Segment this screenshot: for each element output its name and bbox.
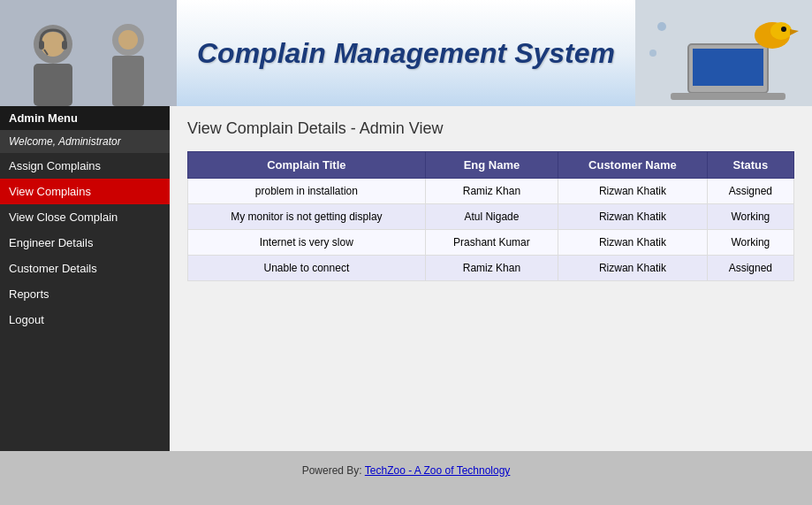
cell-complain_title: My monitor is not getting display (188, 204, 426, 230)
svg-rect-2 (34, 64, 72, 106)
sidebar-item-reports[interactable]: Reports (0, 281, 170, 307)
col-complain-title: Complain Title (188, 152, 426, 179)
cell-status: Working (707, 230, 793, 256)
table-row: Unable to connectRamiz KhanRizwan Khatik… (188, 256, 794, 281)
cell-customer_name: Rizwan Khatik (558, 179, 708, 204)
sidebar: Admin Menu Welcome, Administrator Assign… (0, 106, 170, 451)
svg-point-15 (770, 22, 792, 40)
header-title-area: Complain Management System (177, 0, 635, 106)
sidebar-item-customer-details[interactable]: Customer Details (0, 256, 170, 281)
sidebar-menu-title: Admin Menu (0, 106, 170, 130)
svg-rect-0 (0, 0, 177, 106)
cell-customer_name: Rizwan Khatik (558, 230, 708, 256)
cell-status: Working (707, 204, 793, 230)
cell-customer_name: Rizwan Khatik (558, 256, 708, 281)
cell-status: Assigned (707, 256, 793, 281)
sidebar-item-view-close-complain[interactable]: View Close Complain (0, 204, 170, 230)
cell-eng_name: Ramiz Khan (425, 256, 558, 281)
cell-customer_name: Rizwan Khatik (558, 204, 708, 230)
col-customer-name: Customer Name (558, 152, 708, 179)
page-title: View Complain Details - Admin View (187, 119, 794, 138)
svg-point-9 (118, 30, 138, 50)
sidebar-welcome: Welcome, Administrator (0, 130, 170, 153)
svg-point-19 (649, 50, 656, 57)
header-left-image (0, 0, 177, 106)
sidebar-item-engineer-details[interactable]: Engineer Details (0, 230, 170, 256)
cell-eng_name: Atul Nigade (425, 204, 558, 230)
svg-point-3 (41, 32, 65, 57)
svg-rect-12 (693, 49, 763, 86)
col-eng-name: Eng Name (425, 152, 558, 179)
svg-rect-4 (39, 41, 44, 50)
cell-status: Assigned (707, 179, 793, 204)
app-title: Complain Management System (197, 37, 615, 70)
table-header-row: Complain Title Eng Name Customer Name St… (188, 152, 794, 179)
cell-eng_name: Prashant Kumar (425, 230, 558, 256)
footer-link[interactable]: TechZoo - A Zoo of Technology (365, 464, 511, 477)
svg-point-18 (657, 22, 666, 31)
main-container: Admin Menu Welcome, Administrator Assign… (0, 106, 812, 451)
footer: Powered By: TechZoo - A Zoo of Technolog… (0, 451, 812, 490)
table-row: problem in installationRamiz KhanRizwan … (188, 179, 794, 204)
sidebar-item-logout[interactable]: Logout (0, 307, 170, 333)
svg-rect-13 (671, 93, 785, 100)
complain-table: Complain Title Eng Name Customer Name St… (187, 151, 794, 281)
header-right-image (635, 0, 812, 106)
footer-text: Powered By: (302, 464, 365, 477)
cell-complain_title: Internet is very slow (188, 230, 426, 256)
cell-complain_title: Unable to connect (188, 256, 426, 281)
cell-complain_title: problem in installation (188, 179, 426, 204)
content-area: View Complain Details - Admin View Compl… (170, 106, 812, 451)
svg-rect-5 (62, 41, 67, 50)
sidebar-item-assign-complains[interactable]: Assign Complains (0, 153, 170, 179)
sidebar-item-view-complains[interactable]: View Complains (0, 179, 170, 204)
cell-eng_name: Ramiz Khan (425, 179, 558, 204)
header: Complain Management System (0, 0, 812, 106)
svg-point-17 (781, 27, 786, 32)
svg-rect-8 (112, 56, 144, 106)
table-row: Internet is very slowPrashant KumarRizwa… (188, 230, 794, 256)
table-row: My monitor is not getting displayAtul Ni… (188, 204, 794, 230)
col-status: Status (707, 152, 793, 179)
